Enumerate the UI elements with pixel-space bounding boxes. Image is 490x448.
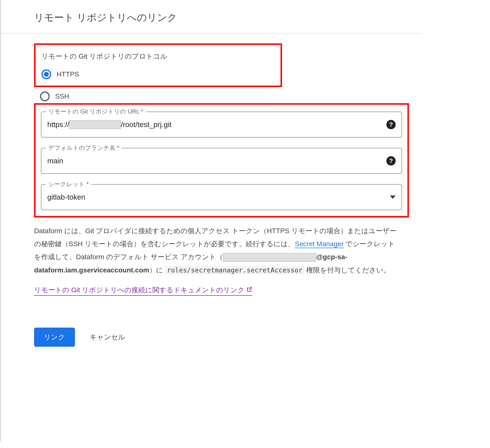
secret-field-label: シークレット * <box>46 180 91 188</box>
link-button[interactable]: リンク <box>34 328 75 347</box>
desc-part3: ）に <box>149 266 165 274</box>
radio-ssh[interactable]: SSH <box>34 89 407 101</box>
radio-button-icon <box>41 69 51 79</box>
dialog-title: リモート リポジトリへのリンク <box>1 0 421 34</box>
button-row: リンク キャンセル <box>34 328 407 347</box>
radio-https[interactable]: HTTPS <box>41 68 276 81</box>
url-field-value: https:///root/test_prj.git <box>47 120 386 129</box>
radio-ssh-label: SSH <box>55 92 69 100</box>
branch-field-value: main <box>47 157 386 165</box>
branch-field[interactable]: デフォルトのブランチ名 * main ? <box>41 148 402 174</box>
url-suffix: /root/test_prj.git <box>121 120 172 129</box>
protocol-section-highlight: リモートの Git リポジトリのプロトコル HTTPS <box>34 43 282 87</box>
role-code: roles/secretmanager.secretAccessor <box>165 266 305 274</box>
fields-section-highlight: リモートの Git リポジトリの URL * https:///root/tes… <box>34 103 409 218</box>
dialog-container: リモート リポジトリへのリンク リモートの Git リポジトリのプロトコル HT… <box>0 0 421 441</box>
help-icon[interactable]: ? <box>386 120 396 129</box>
radio-button-icon <box>40 91 50 101</box>
chevron-down-icon <box>390 195 396 199</box>
url-field[interactable]: リモートの Git リポジトリの URL * https:///root/tes… <box>41 112 402 138</box>
dialog-inner: リモート リポジトリへのリンク リモートの Git リポジトリのプロトコル HT… <box>1 0 421 347</box>
protocol-label: リモートの Git リポジトリのプロトコル <box>41 52 276 61</box>
description-text: Dataform には、Git プロバイダに接続するための個人アクセス トークン… <box>34 224 397 277</box>
secret-field-value: gitlab-token <box>47 193 390 201</box>
secret-manager-link[interactable]: Secret Manager <box>295 240 343 248</box>
secret-field[interactable]: シークレット * gitlab-token <box>41 184 402 210</box>
service-account-redacted <box>223 253 316 262</box>
doc-link-text: リモートの Git リポジトリへの接続に関するドキュメントのリンク <box>34 285 245 295</box>
desc-part4: 権限を付与してください。 <box>304 266 390 274</box>
url-prefix: https:// <box>47 120 69 129</box>
radio-inner-dot <box>44 72 49 77</box>
url-field-label: リモートの Git リポジトリの URL * <box>46 108 146 115</box>
documentation-link[interactable]: リモートの Git リポジトリへの接続に関するドキュメントのリンク <box>34 285 252 296</box>
dialog-content: リモートの Git リポジトリのプロトコル HTTPS SSH リモートの Gi… <box>1 34 421 347</box>
branch-field-label: デフォルトのブランチ名 * <box>46 144 122 152</box>
help-icon[interactable]: ? <box>386 156 396 166</box>
radio-https-label: HTTPS <box>57 70 79 78</box>
external-link-icon <box>246 286 252 294</box>
url-redacted <box>69 120 121 129</box>
cancel-button[interactable]: キャンセル <box>90 333 125 342</box>
